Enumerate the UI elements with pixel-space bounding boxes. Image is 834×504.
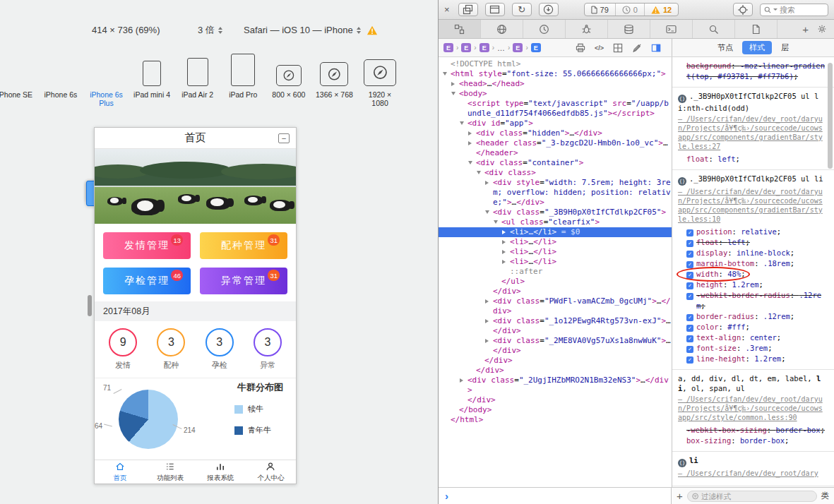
dom-node[interactable]: <div class="_2ME8VA0Vg57uXs1a8nwWuK">…</… — [439, 336, 672, 356]
dom-node[interactable]: <html style="font-size: 55.0666666666666… — [439, 69, 672, 79]
device-option[interactable]: 800 × 600 — [266, 54, 312, 107]
dom-node[interactable]: <div class="container"> — [439, 158, 672, 168]
disclosure-arrow-icon[interactable] — [485, 296, 493, 306]
rule-source-link[interactable]: — /Users/crifan/dev/dev_root/daryun/Proj… — [678, 114, 826, 151]
css-property[interactable]: ✓border-radius: .12rem; — [678, 311, 826, 322]
breadcrumb-element[interactable]: E — [443, 43, 453, 52]
collapse-icon[interactable]: – — [278, 133, 290, 143]
rule-selector[interactable]: {}._3B9H0pX0tIfCTdlkp2CF05 ul li — [678, 174, 826, 186]
disclosure-arrow-icon[interactable] — [485, 208, 493, 217]
search-input[interactable] — [780, 6, 822, 14]
browser-select[interactable]: Safari — iOS 10 — iPhone — [244, 21, 378, 40]
dom-node[interactable]: </ul> — [439, 277, 672, 287]
dom-node[interactable]: <!DOCTYPE html> — [439, 59, 672, 69]
dom-node[interactable]: <li>…</li> — [439, 247, 672, 257]
disclosure-arrow-icon[interactable] — [468, 158, 476, 168]
dom-node[interactable]: <div class="_2UgjIHZbMRO2N1Bm32eNS3">…</… — [439, 376, 672, 395]
details-sidebar-toggle-icon[interactable] — [651, 43, 661, 53]
time-badge[interactable]: 0 — [616, 4, 645, 16]
dom-node[interactable]: <li>…</li> = $0 — [439, 227, 672, 237]
dom-node[interactable]: <body> — [439, 89, 672, 99]
disclosure-arrow-icon[interactable] — [460, 119, 467, 128]
breadcrumb-element[interactable]: E — [531, 43, 541, 52]
property-checkbox[interactable]: ✓ — [686, 335, 693, 342]
device-option[interactable]: 1366 × 768 — [311, 54, 357, 107]
dom-node[interactable]: <div class="_1o12PEwgR4Rtg573vn-exJ">…</… — [439, 316, 672, 336]
dom-node[interactable]: </div> — [439, 287, 672, 296]
disclosure-arrow-icon[interactable] — [502, 257, 510, 267]
dom-node[interactable]: </body> — [439, 405, 672, 415]
disclosure-arrow-icon[interactable] — [468, 138, 476, 148]
show-tabs-button[interactable] — [458, 3, 478, 16]
css-property[interactable]: ✓margin-bottom: .18rem; — [678, 258, 826, 269]
rule-source-link[interactable]: — /Users/crifan/dev/dev_root/daryun/Proj… — [678, 395, 826, 422]
dom-node[interactable]: <head>…</head> — [439, 79, 672, 89]
dom-node[interactable]: <div class="_3B9H0pX0tIfCTdlkp2CF05"> — [439, 208, 672, 217]
management-button[interactable]: 异常管理31 — [200, 268, 287, 294]
warning-badge[interactable]: 12 — [645, 4, 678, 16]
dom-node[interactable]: </div> — [439, 395, 672, 405]
add-rule-button[interactable]: + — [677, 490, 683, 502]
rule-source-link[interactable]: — /Users/crifan/dev/dev_root/daryun/Proj… — [678, 187, 826, 224]
device-option[interactable]: iPad Pro — [220, 54, 266, 107]
dom-node[interactable]: <ul class="clearfix"> — [439, 217, 672, 227]
property-checkbox[interactable]: ✓ — [686, 261, 693, 268]
scrollbar-thumb[interactable] — [828, 63, 833, 169]
app-tab-list[interactable]: 功能列表 — [145, 460, 195, 484]
dom-node[interactable]: <li>…</li> — [439, 237, 672, 247]
dom-node[interactable]: <div id="app"> — [439, 119, 672, 128]
inspector-search[interactable] — [760, 4, 828, 16]
network-tab[interactable] — [481, 20, 523, 38]
print-styles-icon[interactable] — [576, 43, 585, 53]
breadcrumb-element[interactable]: E — [461, 43, 471, 52]
download-button[interactable] — [539, 3, 559, 16]
property-checkbox[interactable]: ✓ — [686, 282, 693, 289]
viewport-scrollbar[interactable] — [88, 295, 92, 316]
device-option[interactable]: iPad mini 4 — [129, 54, 175, 107]
disclosure-arrow-icon[interactable] — [443, 69, 451, 79]
dock-button[interactable] — [485, 3, 505, 16]
dom-node[interactable]: <script type="text/javascript" src="/uap… — [439, 99, 672, 119]
app-tab-user[interactable]: 个人中心 — [246, 460, 296, 484]
device-option[interactable]: iPhone SE — [0, 54, 38, 107]
property-checkbox[interactable]: ✓ — [686, 229, 693, 236]
property-checkbox[interactable]: ✓ — [686, 314, 693, 321]
console-prompt-bar[interactable]: › — [439, 488, 672, 504]
css-property[interactable]: background: -moz-linear-gradient(top, #f… — [678, 61, 826, 82]
css-property[interactable]: ✓display: inline-block; — [678, 248, 826, 258]
search-tab[interactable] — [693, 20, 735, 38]
property-checkbox[interactable]: ✓ — [686, 251, 693, 258]
show-source-icon[interactable]: </> — [595, 44, 604, 52]
disclosure-arrow-icon[interactable] — [502, 247, 510, 257]
dom-node[interactable]: <header class="_3-bzgcD2U-Hmb0n-1o0_vc">… — [439, 138, 672, 158]
management-button[interactable]: 孕检管理46 — [103, 268, 191, 294]
css-property[interactable]: -webkit-box-sizing: border-box; — [678, 425, 826, 436]
app-tab-chart[interactable]: 报表系统 — [196, 460, 246, 484]
disclosure-arrow-icon[interactable] — [485, 336, 493, 346]
breadcrumb-element[interactable]: E — [479, 43, 489, 52]
dom-node[interactable]: <div class="PWdFl-vamACZmb_0gcUMj">…</di… — [439, 296, 672, 316]
scale-select[interactable]: 3 倍 — [198, 21, 222, 40]
management-button[interactable]: 发情管理13 — [103, 232, 191, 259]
breadcrumb-element[interactable]: E — [513, 43, 523, 52]
css-property[interactable]: ✓width: 48%; — [678, 269, 826, 280]
reload-button[interactable]: ↻ — [512, 3, 532, 16]
style-filter-field[interactable] — [687, 491, 817, 502]
css-property[interactable]: ✓float: left; — [678, 237, 826, 248]
device-option[interactable]: iPhone 6s — [38, 54, 84, 107]
filter-input[interactable] — [701, 492, 812, 500]
disclosure-arrow-icon[interactable] — [485, 178, 493, 188]
css-property[interactable]: ✓font-size: .3rem; — [678, 343, 826, 354]
elements-tab[interactable] — [439, 20, 481, 38]
css-property[interactable]: float: left; — [678, 154, 826, 164]
disclosure-arrow-icon[interactable] — [477, 168, 484, 178]
rule-source-link[interactable]: — /Users/crifan/dev/dev_root/dary — [678, 469, 826, 478]
dom-node[interactable]: <div style="width: 7.5rem; height: 3rem;… — [439, 178, 672, 208]
rule-selector[interactable]: a, dd, div, dl, dt, em, label, li, ol, s… — [678, 373, 826, 393]
css-property[interactable]: ✓color: #fff; — [678, 322, 826, 332]
sidebar-tab[interactable]: 节点 — [710, 41, 740, 54]
dom-node[interactable]: </html> — [439, 415, 672, 425]
property-checkbox[interactable]: ✓ — [686, 356, 693, 364]
grid-overlay-icon[interactable] — [613, 43, 623, 53]
css-property[interactable]: ✓position: relative; — [678, 227, 826, 237]
